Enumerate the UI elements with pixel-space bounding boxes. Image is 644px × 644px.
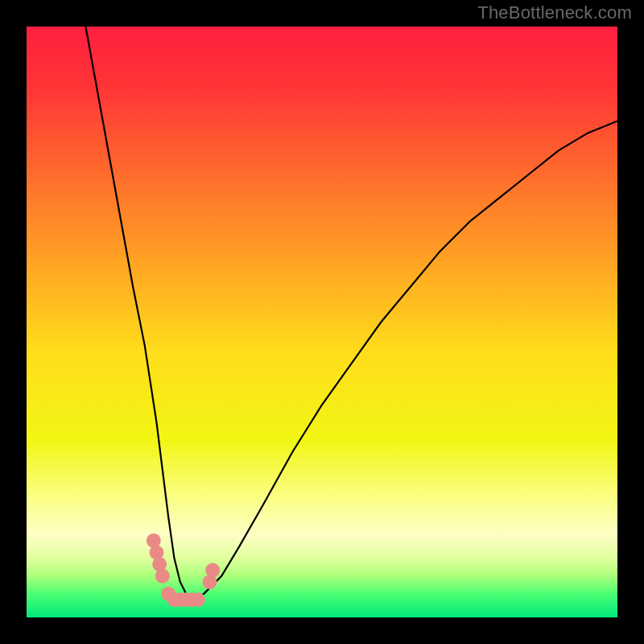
marker-point [155,569,170,584]
curve-layer [27,27,617,617]
bottleneck-curve [85,27,617,600]
watermark-text: TheBottleneck.com [477,2,632,23]
plot-area [27,27,617,617]
marker-point [191,592,205,607]
chart-frame: TheBottleneck.com [0,0,644,644]
marker-point [205,563,220,577]
bottleneck-markers [147,534,220,607]
